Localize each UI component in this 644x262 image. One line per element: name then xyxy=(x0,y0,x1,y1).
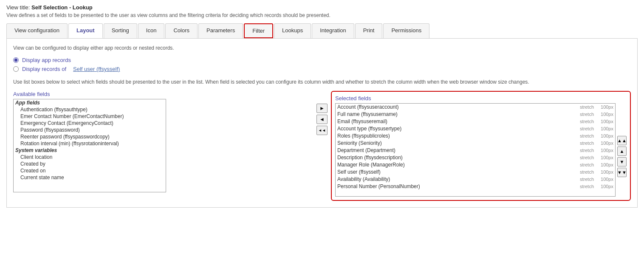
radio-app-records-label[interactable]: Display app records xyxy=(22,57,71,63)
view-title-row: View title: Self Selection - Lookup xyxy=(6,4,638,11)
selected-field-item[interactable]: Self user (ffsysself)stretch100px xyxy=(336,169,615,176)
selected-field-name: Description (ffsysdescription) xyxy=(337,155,580,161)
available-field-item[interactable]: Authentication (ffsysauthtype) xyxy=(14,106,166,113)
selected-fields-section: Selected fields Account (ffsysuseraccoun… xyxy=(331,91,631,201)
radio-records-of-label[interactable]: Display records of xyxy=(22,66,66,72)
view-title-value: Self Selection - Lookup xyxy=(31,4,93,11)
tab-print[interactable]: Print xyxy=(355,23,383,38)
radio-app-records[interactable] xyxy=(13,57,19,63)
selected-field-width: 100px xyxy=(597,148,613,153)
available-field-item[interactable]: Rotation interval (min) (ffsysrotationin… xyxy=(14,140,166,147)
tab-permissions[interactable]: Permissions xyxy=(383,23,429,38)
selected-field-width: 100px xyxy=(597,184,613,189)
available-field-item[interactable]: Emergency Contact (EmergencyContact) xyxy=(14,120,166,127)
available-field-item[interactable]: Created on xyxy=(14,167,166,174)
instruction-text: Use list boxes below to select which fie… xyxy=(13,78,631,86)
selected-fields-label: Selected fields xyxy=(335,95,627,101)
selected-field-width: 100px xyxy=(597,133,613,138)
selected-field-name: Roles (ffsyspublicroles) xyxy=(337,133,580,139)
tab-lookups[interactable]: Lookups xyxy=(274,23,311,38)
move-left-all-button[interactable]: ◄◄ xyxy=(316,126,328,135)
selected-field-name: Self user (ffsysself) xyxy=(337,169,580,175)
field-group-header: System variables xyxy=(14,147,166,154)
reorder-bottom-button[interactable]: ▼▼ xyxy=(617,168,627,177)
selected-field-stretch: stretch xyxy=(580,177,594,182)
selected-field-stretch: stretch xyxy=(580,184,594,189)
selected-field-item[interactable]: Full name (ffsysusername)stretch100px xyxy=(336,111,615,118)
radio-records-of-group: Display records of Self user (ffsysself) xyxy=(13,66,631,72)
tab-sorting[interactable]: Sorting xyxy=(104,23,137,38)
fields-container: Available fields App fieldsAuthenticatio… xyxy=(13,91,631,201)
tab-parameters[interactable]: Parameters xyxy=(198,23,243,38)
available-field-item[interactable]: Reenter password (ffsyspasswordcopy) xyxy=(14,133,166,140)
view-subtitle: View defines a set of fields to be prese… xyxy=(6,12,638,18)
move-right-button[interactable]: ► xyxy=(316,104,328,113)
selected-field-name: Seniority (Seniority) xyxy=(337,140,580,146)
selected-field-item[interactable]: Account (ffsysuseraccount)stretch100px xyxy=(336,104,615,111)
selected-field-item[interactable]: Manager Role (ManagerRole)stretch100px xyxy=(336,161,615,169)
selected-field-width: 100px xyxy=(597,155,613,160)
reorder-buttons-group: ▲▲ ▲ ▼ ▼▼ xyxy=(617,103,627,197)
selected-field-item[interactable]: Seniority (Seniority)stretch100px xyxy=(336,140,615,147)
move-left-button[interactable]: ◄ xyxy=(316,115,328,124)
selected-field-item[interactable]: Description (ffsysdescription)stretch100… xyxy=(336,154,615,161)
selected-list-wrapper: Account (ffsysuseraccount)stretch100pxFu… xyxy=(335,103,627,197)
selected-field-width: 100px xyxy=(597,119,613,124)
available-fields-list[interactable]: App fieldsAuthentication (ffsysauthtype)… xyxy=(13,99,166,192)
available-field-item[interactable]: Password (ffsyspassword) xyxy=(14,127,166,133)
tab-icon[interactable]: Icon xyxy=(138,23,165,38)
selected-field-item[interactable]: Email (ffsysuseremail)stretch100px xyxy=(336,118,615,125)
selected-field-name: Department (Department) xyxy=(337,147,580,153)
selected-field-width: 100px xyxy=(597,169,613,175)
available-fields-section: Available fields App fieldsAuthenticatio… xyxy=(13,91,313,192)
tab-filter[interactable]: Filter xyxy=(244,23,273,38)
available-field-item[interactable]: Current state name xyxy=(14,174,166,181)
radio-records-of[interactable] xyxy=(13,66,19,72)
selected-field-width: 100px xyxy=(597,177,613,182)
view-title-label: View title: xyxy=(6,4,30,11)
selected-field-stretch: stretch xyxy=(580,148,594,153)
tab-colors[interactable]: Colors xyxy=(165,23,198,38)
selected-field-item[interactable]: Availability (Availability)stretch100px xyxy=(336,176,615,183)
selected-field-stretch: stretch xyxy=(580,162,594,167)
selected-outer-border: Selected fields Account (ffsysuseraccoun… xyxy=(331,91,631,201)
tab-integration[interactable]: Integration xyxy=(312,23,354,38)
selected-field-name: Availability (Availability) xyxy=(337,176,580,182)
selected-field-width: 100px xyxy=(597,162,613,167)
selected-field-stretch: stretch xyxy=(580,126,594,131)
view-description: View can be configured to display either… xyxy=(13,45,631,51)
selected-field-item[interactable]: Account type (ffsysusertype)stretch100px xyxy=(336,125,615,132)
reorder-top-button[interactable]: ▲▲ xyxy=(617,136,627,145)
selected-field-stretch: stretch xyxy=(580,169,594,175)
reorder-down-button[interactable]: ▼ xyxy=(617,157,627,166)
transfer-buttons-group: ► ◄ ◄◄ xyxy=(313,104,331,135)
selected-field-name: Manager Role (ManagerRole) xyxy=(337,162,580,168)
selected-field-width: 100px xyxy=(597,141,613,146)
available-field-item[interactable]: Created by xyxy=(14,161,166,167)
selected-field-stretch: stretch xyxy=(580,155,594,160)
selected-field-name: Account (ffsysuseraccount) xyxy=(337,104,580,110)
field-group-header: App fields xyxy=(14,99,166,106)
selected-field-width: 100px xyxy=(597,104,613,110)
selected-field-name: Full name (ffsysusername) xyxy=(337,111,580,117)
available-field-item[interactable]: Client location xyxy=(14,154,166,161)
selected-field-item[interactable]: Department (Department)stretch100px xyxy=(336,147,615,154)
selected-field-stretch: stretch xyxy=(580,112,594,117)
tab-layout[interactable]: Layout xyxy=(68,23,103,38)
reorder-up-button[interactable]: ▲ xyxy=(617,146,627,156)
selected-field-item[interactable]: Roles (ffsyspublicroles)stretch100px xyxy=(336,132,615,140)
content-area: View can be configured to display either… xyxy=(6,39,638,208)
selected-field-stretch: stretch xyxy=(580,119,594,124)
available-field-item[interactable]: Emer Contact Number (EmerContactNumber) xyxy=(14,113,166,120)
radio-app-records-group: Display app records xyxy=(13,57,631,63)
records-of-link[interactable]: Self user (ffsysself) xyxy=(73,66,120,72)
available-fields-label: Available fields xyxy=(13,91,313,97)
tab-view-configuration[interactable]: View configuration xyxy=(6,23,68,38)
selected-field-name: Account type (ffsysusertype) xyxy=(337,126,580,132)
tabs-bar: View configurationLayoutSortingIconColor… xyxy=(6,23,638,39)
selected-field-width: 100px xyxy=(597,126,613,131)
selected-field-stretch: stretch xyxy=(580,104,594,110)
selected-fields-list[interactable]: Account (ffsysuseraccount)stretch100pxFu… xyxy=(335,103,616,197)
selected-field-name: Email (ffsysuseremail) xyxy=(337,118,580,124)
selected-field-item[interactable]: Personal Number (PersonalNumber)stretch1… xyxy=(336,183,615,190)
